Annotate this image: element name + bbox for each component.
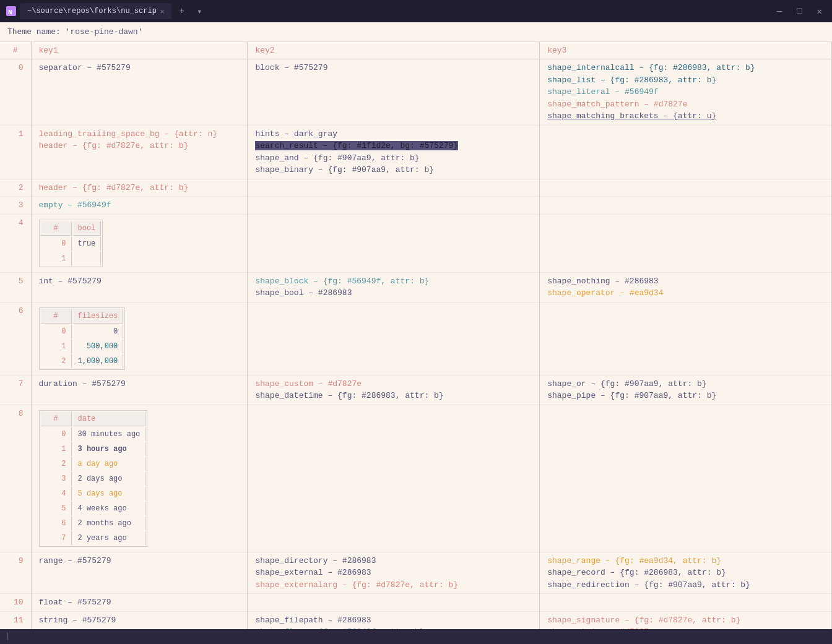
row-key1: separator – #575279 (31, 59, 248, 126)
col-key3: key3 (540, 42, 832, 59)
col-key1: key1 (31, 42, 248, 59)
inner-row-value: 2 months ago (73, 517, 146, 530)
inner-col-index: # (41, 309, 72, 324)
cell-value: shape_string – #d7827e (547, 627, 654, 629)
row-key3 (540, 214, 832, 272)
window-controls: — □ ✕ (772, 5, 827, 18)
cell-value: shape_custom – #d7827e (255, 379, 362, 389)
row-key1: float – #575279 (31, 594, 248, 612)
row-key3 (540, 125, 832, 179)
row-index: 11 (0, 611, 31, 629)
inner-row-index: 7 (41, 531, 72, 545)
row-index: 8 (0, 405, 31, 552)
table-header-row: # key1 key2 key3 (0, 42, 832, 59)
row-index: 9 (0, 552, 31, 594)
cell-value: shape_flag – {fg: #56949f, attr: b} (255, 627, 424, 629)
row-key3: shape_internalcall – {fg: #286983, attr:… (540, 59, 832, 126)
inner-row-index: 0 (41, 325, 72, 338)
row-key1: empty – #56949f (31, 197, 248, 215)
table-row: 7 duration – #575279 shape_custom – #d78… (0, 375, 832, 405)
row-key3 (540, 197, 832, 215)
row-key2 (248, 197, 540, 215)
row-key1: # filesizes 0 0 1 500,000 (31, 302, 248, 375)
filesizes-inner-table: # filesizes 0 0 1 500,000 (39, 307, 126, 370)
table-row: 0 separator – #575279 block – #575279 sh… (0, 59, 832, 126)
maximize-button[interactable]: □ (792, 5, 807, 18)
table-row: 8 # date 0 30 minutes ago (0, 405, 832, 552)
inner-table-row: 7 2 years ago (41, 531, 146, 545)
inner-row-value: 1,000,000 (73, 354, 124, 368)
inner-table-row: 4 5 days ago (41, 487, 146, 500)
table-row: 1 leading_trailing_space_bg – {attr: n} … (0, 125, 832, 179)
tab-dropdown-button[interactable]: ▾ (192, 5, 207, 18)
row-key1: int – #575279 (31, 272, 248, 302)
inner-table-row: 5 4 weeks ago (41, 502, 146, 515)
cell-value: leading_trailing_space_bg – {attr: n} (39, 129, 218, 139)
close-button[interactable]: ✕ (812, 5, 827, 18)
inner-row-index: 6 (41, 517, 72, 530)
inner-table-row: 1 3 hours ago (41, 442, 146, 456)
new-tab-button[interactable]: + (174, 5, 189, 17)
row-key1: string – #575279 (31, 611, 248, 629)
inner-table-row: 1 (41, 252, 102, 265)
table-row: 10 float – #575279 (0, 594, 832, 612)
inner-row-index: 4 (41, 487, 72, 500)
inner-col-date: date (73, 412, 146, 426)
inner-row-value: 0 (73, 325, 124, 338)
svg-text:N: N (8, 9, 12, 16)
row-key3 (540, 179, 832, 197)
cell-value: shape_signature – {fg: #d7827e, attr: b} (547, 616, 740, 625)
inner-table-row: 0 true (41, 237, 102, 251)
inner-table-row: 3 2 days ago (41, 472, 146, 486)
minimize-button[interactable]: — (772, 5, 787, 18)
inner-row-value: 2 years ago (73, 531, 146, 545)
cell-value: shape_internalcall – {fg: #286983, attr:… (547, 63, 755, 72)
row-key2 (248, 179, 540, 197)
cell-value: shape_list – {fg: #286983, attr: b} (547, 75, 716, 85)
inner-row-index: 2 (41, 354, 72, 368)
cell-value: empty – #56949f (39, 200, 111, 210)
inner-row-value: 500,000 (73, 340, 124, 353)
row-key2 (248, 214, 540, 272)
row-key3: shape_signature – {fg: #d7827e, attr: b}… (540, 611, 832, 629)
date-inner-table: # date 0 30 minutes ago 1 3 hours (39, 410, 148, 547)
row-key3 (540, 405, 832, 552)
row-index: 6 (0, 302, 31, 375)
table-row: 5 int – #575279 shape_block – {fg: #5694… (0, 272, 832, 302)
cell-value: header – {fg: #d7827e, attr: b} (39, 141, 189, 150)
row-index: 1 (0, 125, 31, 179)
col-key2: key2 (248, 42, 540, 59)
row-key2: hints – dark_gray search_result – {fg: #… (248, 125, 540, 179)
active-tab[interactable]: ~\source\repos\forks\nu_scrip ✕ (20, 3, 171, 19)
row-key3 (540, 594, 832, 612)
table-row: 3 empty – #56949f (0, 197, 832, 215)
row-key3: shape_or – {fg: #907aa9, attr: b} shape_… (540, 375, 832, 405)
row-key1: duration – #575279 (31, 375, 248, 405)
inner-col-index: # (41, 221, 72, 236)
inner-row-value: 30 minutes ago (73, 427, 146, 441)
main-content: # key1 key2 key3 0 separator – #575279 b… (0, 42, 832, 629)
inner-table-row: 0 0 (41, 325, 124, 338)
inner-col-index: # (41, 412, 72, 426)
row-key1: range – #575279 (31, 552, 248, 594)
row-key1: leading_trailing_space_bg – {attr: n} he… (31, 125, 248, 179)
cell-value: shape_externalarg – {fg: #d7827e, attr: … (255, 580, 458, 590)
tab-close-button[interactable]: ✕ (160, 7, 165, 15)
row-key2 (248, 302, 540, 375)
cell-value: shape_literal – #56949f (547, 87, 658, 97)
cell-value: shape_range – {fg: #ea9d34, attr: b} (547, 556, 721, 565)
cell-value: header – {fg: #d7827e, attr: b} (39, 183, 189, 192)
inner-row-index: 1 (41, 252, 72, 265)
statusbar: | (0, 629, 832, 644)
bool-inner-table: # bool 0 true 1 (39, 220, 103, 267)
row-key3: shape_nothing – #286983 shape_operator –… (540, 272, 832, 302)
row-index: 3 (0, 197, 31, 215)
inner-row-index: 1 (41, 442, 72, 456)
table-row: 9 range – #575279 shape_directory – #286… (0, 552, 832, 594)
inner-table-row: 0 30 minutes ago (41, 427, 146, 441)
table-row: 4 # bool 0 true (0, 214, 832, 272)
cell-value: shape_block – {fg: #56949f, attr: b} (255, 277, 429, 286)
row-key2: shape_block – {fg: #56949f, attr: b} sha… (248, 272, 540, 302)
col-index: # (0, 42, 31, 59)
theme-name-line: Theme name: 'rose-pine-dawn' (0, 22, 832, 42)
